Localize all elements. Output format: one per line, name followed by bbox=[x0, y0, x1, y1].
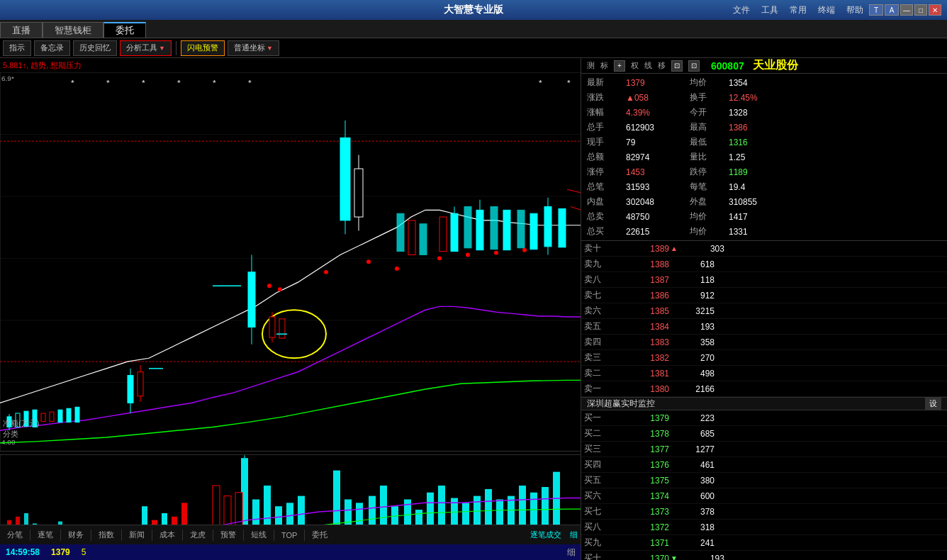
toolbar-coord[interactable]: 普通坐标 ▼ bbox=[228, 40, 279, 56]
q-label-tbuy: 总买 bbox=[584, 224, 623, 239]
sub-trade-label[interactable]: 逐笔成交 bbox=[530, 530, 561, 540]
btab-short[interactable]: 短线 bbox=[247, 529, 271, 541]
deep-monitor-set-btn[interactable]: 设 bbox=[925, 398, 941, 410]
toolbar-memo[interactable]: 备忘录 bbox=[34, 40, 70, 56]
back-btn2[interactable]: ⊡ bbox=[688, 60, 700, 72]
btab-sep10 bbox=[304, 530, 305, 541]
sell-row-2: 卖二 1381 498 bbox=[581, 366, 947, 381]
chart-area[interactable]: 5.881↑, 趋势, 想期压力 bbox=[0, 58, 581, 560]
btab-dragon[interactable]: 龙虎 bbox=[186, 529, 210, 541]
menu-tools[interactable]: 工具 bbox=[761, 4, 778, 16]
buy-row-5: 买五 1375 380 bbox=[581, 473, 947, 488]
q-val-tvol: 612903 bbox=[623, 120, 687, 135]
toolbar-analysis[interactable]: 分析工具 ▼ bbox=[120, 40, 172, 56]
svg-rect-30 bbox=[269, 317, 275, 337]
toolbar-indicator[interactable]: 指示 bbox=[3, 40, 31, 56]
svg-point-63 bbox=[366, 259, 371, 264]
menu-file[interactable]: 文件 bbox=[733, 4, 750, 16]
btab-top[interactable]: TOP bbox=[277, 530, 301, 540]
svg-rect-46 bbox=[439, 217, 447, 252]
svg-point-60 bbox=[267, 284, 271, 288]
buy-row-9: 买九 1371 241 bbox=[581, 535, 947, 551]
vol-cat-label: 分类 bbox=[3, 429, 18, 439]
measure-btn[interactable]: 测 bbox=[587, 60, 595, 71]
svg-rect-21 bbox=[67, 408, 71, 422]
tab-bar: 直播 智慧钱柜 委托 bbox=[0, 20, 947, 38]
q-label-outbd: 外盘 bbox=[687, 194, 726, 209]
toolbar-flash[interactable]: 闪电预警 bbox=[181, 40, 225, 56]
line-btn[interactable]: 线 bbox=[644, 60, 652, 71]
sell-row-5: 卖五 1384 193 bbox=[581, 319, 947, 335]
q-val-turn: 12.45% bbox=[726, 90, 790, 105]
chart-canvas: 5.881↑, 趋势, 想期压力 bbox=[0, 58, 581, 560]
chart-info: 5.881↑, 趋势, 想期压力 bbox=[0, 58, 581, 72]
q-label-high: 最高 bbox=[687, 120, 726, 135]
svg-rect-22 bbox=[75, 407, 79, 422]
status-vol: 5 bbox=[82, 547, 86, 557]
tab-entrust[interactable]: 委托 bbox=[103, 22, 146, 38]
rights-btn[interactable]: 权 bbox=[631, 60, 639, 71]
sell-row-6: 卖六 1385 3215 bbox=[581, 303, 947, 319]
btab-fin[interactable]: 财务 bbox=[64, 529, 88, 541]
buy-row-10: 买十 1370 ▼ 193 bbox=[581, 551, 947, 560]
sell-row-4: 卖四 1383 358 bbox=[581, 335, 947, 350]
menu-help[interactable]: 帮助 bbox=[846, 4, 863, 16]
svg-rect-54 bbox=[517, 210, 525, 247]
btab-sep5 bbox=[152, 530, 152, 541]
q-label-chg: 涨跌 bbox=[584, 90, 623, 105]
add-btn[interactable]: + bbox=[614, 60, 625, 72]
quote-grid: 最新 1379 均价 1354 涨跌 ▲058 换手 12.45% 涨幅 4.3… bbox=[581, 74, 947, 240]
status-time: 14:59:58 bbox=[6, 547, 40, 557]
theme-btn[interactable]: T bbox=[869, 4, 883, 16]
svg-text:*: * bbox=[248, 79, 252, 89]
svg-text:6.9*: 6.9* bbox=[1, 74, 14, 82]
toolbar-history[interactable]: 历史回忆 bbox=[73, 40, 117, 56]
svg-text:*: * bbox=[142, 79, 145, 89]
tab-wallet[interactable]: 智慧钱柜 bbox=[43, 22, 103, 38]
menu-common[interactable]: 常用 bbox=[790, 4, 807, 16]
q-val-limit-up: 1453 bbox=[623, 164, 687, 179]
q-val-chg: ▲058 bbox=[623, 90, 687, 105]
btab-cost[interactable]: 成本 bbox=[155, 529, 179, 541]
detail-btn[interactable]: 细 bbox=[570, 530, 578, 540]
q-val-open: 1328 bbox=[726, 105, 790, 120]
status-detail[interactable]: 细 bbox=[567, 547, 576, 559]
back-btn1[interactable]: ⊡ bbox=[671, 60, 683, 72]
btab-zhu[interactable]: 逐笔 bbox=[33, 529, 57, 541]
svg-rect-43 bbox=[397, 213, 404, 251]
q-val-new: 1379 bbox=[623, 75, 687, 90]
maximize-btn[interactable]: □ bbox=[914, 4, 927, 16]
tab-live[interactable]: 直播 bbox=[0, 22, 43, 38]
menu-bar: 文件 工具 常用 终端 帮助 bbox=[733, 4, 863, 16]
q-label-limit-dn: 跌停 bbox=[687, 164, 726, 179]
deep-monitor-title: 深圳超赢实时监控 bbox=[587, 398, 925, 410]
menu-terminal[interactable]: 终端 bbox=[818, 4, 835, 16]
move-btn[interactable]: 移 bbox=[658, 60, 666, 71]
buy-row-8: 买八 1372 318 bbox=[581, 520, 947, 535]
btab-warn[interactable]: 预警 bbox=[216, 529, 240, 541]
btab-sep9 bbox=[274, 530, 274, 541]
q-label-new: 最新 bbox=[584, 75, 623, 90]
q-label-limit-up: 涨停 bbox=[584, 164, 623, 179]
minimize-btn[interactable]: — bbox=[900, 4, 913, 16]
btab-idx[interactable]: 指数 bbox=[94, 529, 118, 541]
q-val-eord: 19.4 bbox=[726, 179, 790, 194]
font-btn[interactable]: A bbox=[885, 4, 899, 16]
q-val-cvol: 79 bbox=[623, 135, 687, 150]
q-label-eord: 每笔 bbox=[687, 179, 726, 194]
svg-rect-59 bbox=[559, 208, 566, 247]
svg-rect-56 bbox=[544, 206, 551, 246]
sell-row-7: 卖七 1386 912 bbox=[581, 288, 947, 303]
btab-entrust[interactable]: 委托 bbox=[308, 529, 332, 541]
btab-sep8 bbox=[243, 530, 244, 541]
buy-row-3: 买三 1377 1277 bbox=[581, 442, 947, 457]
btab-sep1 bbox=[30, 530, 30, 541]
close-btn[interactable]: ✕ bbox=[929, 4, 941, 16]
svg-point-65 bbox=[437, 256, 442, 260]
btab-news[interactable]: 新闻 bbox=[125, 529, 149, 541]
q-val-savg: 1417 bbox=[726, 209, 790, 224]
mark-btn[interactable]: 标 bbox=[600, 60, 608, 71]
btab-sep6 bbox=[182, 530, 183, 541]
deep-monitor: 深圳超赢实时监控 设 bbox=[581, 397, 947, 410]
btab-fen[interactable]: 分笔 bbox=[3, 529, 27, 541]
